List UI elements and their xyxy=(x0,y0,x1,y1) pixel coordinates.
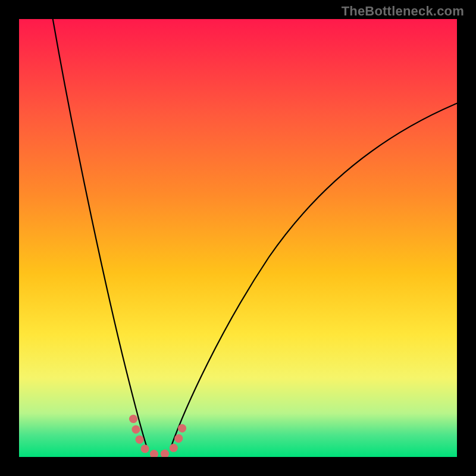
right-curve xyxy=(171,102,457,447)
plot-area xyxy=(19,19,457,457)
attribution-label: TheBottleneck.com xyxy=(342,4,464,19)
chart-frame: TheBottleneck.com xyxy=(0,0,476,476)
left-curve xyxy=(52,19,147,447)
curve-svg xyxy=(19,19,457,457)
valley-marker-path xyxy=(133,419,184,455)
